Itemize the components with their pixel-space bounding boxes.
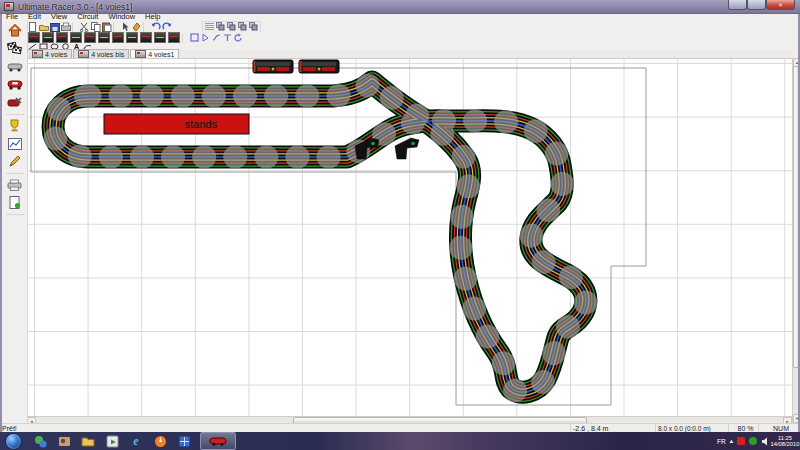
menu-view[interactable]: View (51, 13, 67, 21)
menu-edit[interactable]: Edit (28, 13, 41, 21)
windows-taskbar: e FR ▴ 11:25 14/08/2010 (0, 432, 800, 450)
media-gallery-icon[interactable] (57, 434, 71, 448)
track-start-button[interactable] (126, 32, 138, 43)
explorer-folder-icon[interactable] (81, 434, 95, 448)
printer-icon[interactable] (6, 177, 24, 192)
window-frame-left (0, 13, 2, 432)
close-button[interactable]: ✕ (766, 0, 795, 10)
track-delete-button[interactable] (168, 32, 180, 43)
zone-curve-button[interactable] (211, 33, 222, 43)
race-car[interactable] (253, 60, 293, 73)
menu-circuit[interactable]: Circuit (77, 13, 98, 21)
arrange-toolbar (202, 21, 261, 33)
statistics-chart-icon[interactable] (6, 136, 24, 151)
open-folder-button[interactable] (38, 22, 49, 32)
tray-green-icon[interactable] (749, 437, 757, 445)
pointer-button[interactable] (120, 22, 131, 32)
tab-thumbnail-icon (78, 50, 89, 58)
cut-button[interactable] (79, 22, 90, 32)
race-flags-icon[interactable] (6, 41, 24, 56)
trophy-icon[interactable] (6, 118, 24, 133)
toolbar-separator (182, 33, 188, 43)
status-ready: Prêt! (0, 424, 572, 432)
volume-icon[interactable] (761, 432, 770, 450)
internet-explorer-icon[interactable]: e (129, 434, 143, 448)
redo-button[interactable] (161, 22, 172, 32)
circuit-canvas[interactable]: stands (27, 58, 793, 416)
menu-file[interactable]: File (6, 13, 18, 21)
status-coordinates: -2.6 , 8.4 m (570, 424, 659, 432)
track-pit-button[interactable] (140, 32, 152, 43)
window-controls: — ▭ ✕ (728, 0, 795, 10)
tab-label: 4 voies bis (91, 51, 124, 58)
toolbar-track-pieces (27, 32, 796, 43)
sidebar-separator (6, 214, 24, 215)
taskbar-clock[interactable]: 11:25 14/08/2010 (770, 432, 800, 450)
sidebar-separator (6, 114, 24, 115)
status-num-lock: NUM (758, 424, 800, 432)
left-sidebar (2, 21, 28, 423)
language-indicator[interactable]: FR (717, 438, 726, 445)
undo-button[interactable] (150, 22, 161, 32)
menu-bar: File Edit View Circuit Window Help (2, 13, 800, 21)
minimize-button[interactable]: — (728, 0, 747, 10)
stack-3-button[interactable] (237, 22, 248, 32)
new-document-button[interactable] (27, 22, 38, 32)
race-car[interactable] (299, 60, 339, 73)
stack-1-button[interactable] (215, 22, 226, 32)
export-button[interactable] (60, 22, 71, 32)
restore-button[interactable]: ▭ (747, 0, 766, 10)
track-bridge-button[interactable] (154, 32, 166, 43)
report-document-icon[interactable] (6, 195, 24, 210)
zone-rectangle-button[interactable] (189, 33, 200, 43)
paste-button[interactable] (101, 22, 112, 32)
document-tabs: 4 voies 4 voies bis 4 voies1 (27, 50, 792, 59)
toolbar-separator (72, 22, 78, 32)
tab-4voies1-active[interactable]: 4 voies1 (130, 49, 179, 58)
tab-thumbnail-icon (32, 50, 43, 58)
media-player-icon[interactable] (105, 434, 119, 448)
tray-red-icon[interactable] (737, 437, 745, 445)
stack-4-button[interactable] (248, 22, 259, 32)
tab-label: 4 voies1 (148, 51, 174, 58)
blue-app-icon[interactable] (177, 434, 191, 448)
paint-button[interactable] (131, 22, 142, 32)
messenger-icon[interactable] (33, 434, 47, 448)
edit-pencil-icon[interactable] (6, 154, 24, 169)
tab-label: 4 voies (45, 51, 67, 58)
avast-icon[interactable] (153, 434, 167, 448)
home-icon[interactable] (6, 23, 24, 38)
list-icon-button[interactable] (204, 22, 215, 32)
track-lane-change-button[interactable] (98, 32, 110, 43)
app-icon (4, 2, 14, 11)
tab-thumbnail-icon (135, 50, 146, 58)
system-tray: FR ▴ (717, 432, 770, 450)
track-junction-button[interactable] (112, 32, 124, 43)
zone-rotate-button[interactable] (233, 33, 244, 43)
car-tools-icon[interactable] (6, 95, 24, 110)
stack-2-button[interactable] (226, 22, 237, 32)
menu-window[interactable]: Window (108, 13, 135, 21)
title-bar: Ultimate Racer 3.0 - [4 voies1] — ▭ ✕ (0, 0, 800, 14)
clock-date: 14/08/2010 (770, 441, 799, 448)
window-title: Ultimate Racer 3.0 - [4 voies1] (18, 2, 132, 12)
tab-4voiesbis[interactable]: 4 voies bis (73, 49, 129, 58)
copy-button[interactable] (90, 22, 101, 32)
taskbar-ultimate-racer-button[interactable] (200, 432, 236, 450)
toolbar-standard (27, 21, 796, 32)
stands-label: stands (185, 118, 218, 130)
start-button[interactable] (5, 433, 22, 450)
menu-help[interactable]: Help (145, 13, 160, 21)
stands-banner[interactable]: stands (104, 114, 249, 134)
toolbar-separator (143, 22, 149, 32)
tab-4voies[interactable]: 4 voies (27, 49, 72, 58)
hand-controller[interactable] (395, 138, 419, 159)
status-dimensions: 8.0 x 0.0 (0:0.0 m) (655, 424, 732, 432)
zone-pointer-button[interactable] (200, 33, 211, 43)
toolbar-separator (113, 22, 119, 32)
save-floppy-button[interactable] (49, 22, 60, 32)
car-red-icon[interactable] (6, 77, 24, 92)
zone-text-button[interactable] (222, 33, 233, 43)
tray-expand-icon[interactable]: ▴ (730, 437, 733, 445)
car-silver-icon[interactable] (6, 59, 24, 74)
